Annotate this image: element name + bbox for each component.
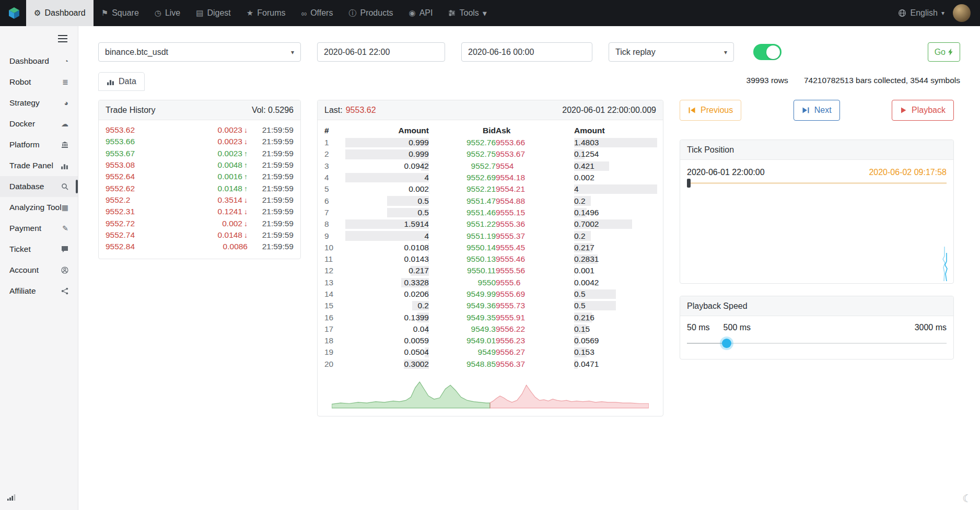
ask-price-cell: 9554.88 <box>496 195 574 206</box>
tab-data[interactable]: Data <box>98 72 145 91</box>
end-time-input[interactable] <box>461 42 592 62</box>
nav-item-label: Forums <box>257 8 285 18</box>
playback-speed-slider[interactable] <box>687 338 947 349</box>
nav-item-live[interactable]: ◷Live <box>147 0 188 26</box>
sidebar-item-strategy[interactable]: Strategy◕ <box>0 92 78 113</box>
orderbook-row: 120.2179550.119555.560.001 <box>324 265 657 276</box>
sidebar-item-analyzing-tool[interactable]: Analyzing Tool▦ <box>0 197 78 218</box>
go-button[interactable]: Go <box>928 42 960 62</box>
sidebar-item-label: Ticket <box>9 245 61 254</box>
sidebar-item-label: Payment <box>9 224 62 233</box>
ask-price-cell: 9555.56 <box>496 265 574 276</box>
speed-max-label: 3000 ms <box>915 323 947 332</box>
chevron-down-icon: ▾ <box>941 9 944 17</box>
mode-select[interactable]: Tick replay ▾ <box>609 42 734 62</box>
sidebar-item-dashboard[interactable]: Dashboard◔ <box>0 51 78 72</box>
nav-item-tools[interactable]: Tools▾ <box>440 0 494 26</box>
symbol-select[interactable]: binance.btc_usdt ▾ <box>98 42 301 62</box>
trade-time: 21:59:59 <box>248 137 294 146</box>
sidebar-item-payment[interactable]: Payment✎ <box>0 218 78 239</box>
col-ask-header: Ask <box>496 124 574 137</box>
previous-button-label: Previous <box>701 106 733 115</box>
pie-icon: ◕ <box>64 99 68 107</box>
tick-position-slider[interactable] <box>687 179 947 188</box>
nav-item-api[interactable]: ◉API <box>401 0 441 26</box>
tools-icon <box>448 9 456 17</box>
sidebar-item-ticket[interactable]: Ticket <box>0 239 78 260</box>
bid-price-cell: 9552.7 <box>429 160 496 172</box>
ask-amount-cell: 0.5 <box>574 300 657 311</box>
nav-item-digest[interactable]: ▤Digest <box>188 0 239 26</box>
ask-amount-cell: 0.2831 <box>574 253 657 265</box>
depth-chart <box>332 379 649 409</box>
orderbook-index: 17 <box>324 323 345 335</box>
sidebar-item-platform[interactable]: Platform <box>0 134 78 155</box>
ask-amount-cell: 1.4803 <box>574 137 657 148</box>
start-time-input[interactable] <box>317 42 445 62</box>
orderbook-index: 18 <box>324 335 345 346</box>
trade-history-volume: Vol: 0.5296 <box>252 106 294 115</box>
nav-item-label: Products <box>360 8 393 18</box>
replay-toggle[interactable] <box>753 44 781 60</box>
orderbook-index: 11 <box>324 253 345 265</box>
orderbook-panel: Last: 9553.62 2020-06-01 22:00:00.009 # … <box>317 100 663 416</box>
ask-amount-cell: 0.002 <box>574 172 657 183</box>
tick-position-handle[interactable] <box>687 179 691 188</box>
sidebar-item-label: Robot <box>9 77 62 87</box>
sidebar-item-robot[interactable]: Robot≣ <box>0 72 78 92</box>
next-button[interactable]: Next <box>794 100 840 121</box>
language-select[interactable]: English ▾ <box>898 8 944 18</box>
nav-item-forums[interactable]: ★Forums <box>239 0 294 26</box>
trade-price: 9553.66 <box>106 137 156 146</box>
play-icon <box>900 107 907 114</box>
bid-amount-cell: 4 <box>345 172 429 183</box>
trade-row: 9553.080.0048↑21:59:59 <box>106 159 294 171</box>
sidebar-item-docker[interactable]: Docker☁ <box>0 113 78 134</box>
trade-row: 9553.670.0023↑21:59:59 <box>106 148 294 159</box>
ask-amount-cell: 0.0569 <box>574 335 657 346</box>
playback-speed-handle[interactable] <box>722 339 731 348</box>
previous-button[interactable]: Previous <box>680 100 741 121</box>
query-toolbar: binance.btc_usdt ▾ Tick replay ▾ Go <box>98 42 960 62</box>
sidebar-item-affiliate[interactable]: Affiliate <box>0 281 78 302</box>
orderbook-index: 4 <box>324 172 345 183</box>
playback-speed-fill <box>687 343 727 344</box>
bid-amount-cell: 0.3328 <box>345 277 429 288</box>
sidebar-item-account[interactable]: Account <box>0 260 78 281</box>
trade-price: 9553.67 <box>106 149 156 158</box>
trade-direction-arrow-icon: ↑ <box>244 161 248 169</box>
sidebar-item-trade-panel[interactable]: Trade Panel <box>0 155 78 176</box>
glasses-icon: ∞ <box>301 9 307 18</box>
sidebar-collapse-button[interactable] <box>0 26 78 51</box>
ask-price-cell: 9556.23 <box>496 335 574 346</box>
bid-price-cell: 9551.19 <box>429 230 496 241</box>
app-logo[interactable] <box>7 0 21 26</box>
go-button-label: Go <box>935 48 946 57</box>
chevron-down-icon: ▾ <box>291 49 294 56</box>
nav-item-square[interactable]: ⚑Square <box>94 0 147 26</box>
nav-item-products[interactable]: ⓘProducts <box>341 0 401 26</box>
ask-price-cell: 9555.91 <box>496 311 574 323</box>
trade-row: 9552.640.0016↑21:59:59 <box>106 171 294 182</box>
bar-chart-icon <box>61 162 68 170</box>
orderbook-index: 12 <box>324 265 345 276</box>
bid-price-cell: 9550 <box>429 277 496 288</box>
bid-amount-cell: 0.04 <box>345 323 429 335</box>
orderbook-index: 1 <box>324 137 345 148</box>
user-icon <box>61 266 68 274</box>
dark-mode-toggle[interactable]: ☾ <box>962 492 972 505</box>
ask-price-cell: 9556.37 <box>496 358 574 370</box>
bid-price-cell: 9551.47 <box>429 195 496 206</box>
nav-item-dashboard[interactable]: ⚙Dashboard <box>26 0 94 26</box>
playback-button[interactable]: Playback <box>892 100 954 121</box>
orderbook-row: 20.9999552.759553.670.1254 <box>324 148 657 160</box>
orderbook-row: 200.30029548.859556.370.0471 <box>324 358 657 370</box>
main-content: binance.btc_usdt ▾ Tick replay ▾ Go Data… <box>78 26 980 510</box>
orderbook-row: 150.29549.369555.730.5 <box>324 300 657 311</box>
nav-item-offers[interactable]: ∞Offers <box>293 0 341 26</box>
orderbook-index: 9 <box>324 230 345 241</box>
avatar[interactable] <box>953 4 971 22</box>
sidebar-item-database[interactable]: Database <box>0 176 78 197</box>
playback-controls: Previous Next Playback <box>680 100 954 121</box>
sidebar-menu: Dashboard◔Robot≣Strategy◕Docker☁Platform… <box>0 51 78 302</box>
